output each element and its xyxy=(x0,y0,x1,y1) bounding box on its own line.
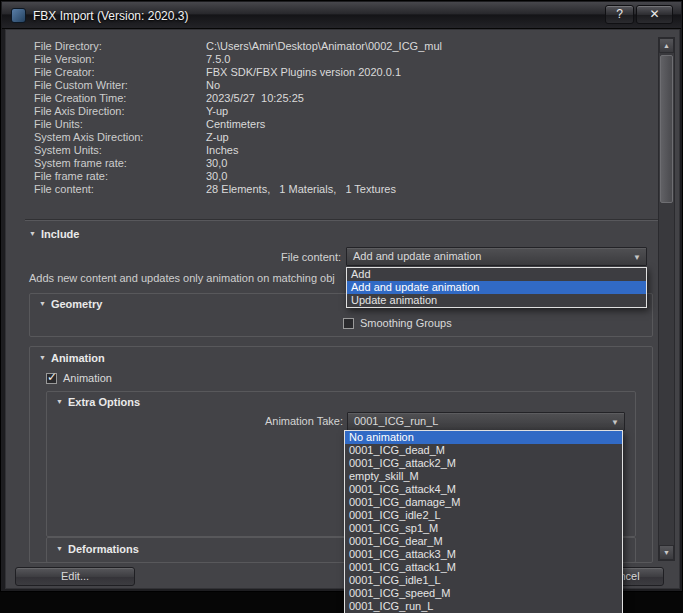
vertical-scrollbar[interactable]: ▲ ▼ xyxy=(658,37,675,561)
info-value: Z-up xyxy=(206,131,229,144)
file-content-label: File content: xyxy=(223,251,341,264)
scroll-down-icon: ▼ xyxy=(663,549,670,556)
help-button[interactable]: ? xyxy=(605,5,634,24)
scroll-up-button[interactable]: ▲ xyxy=(659,38,674,53)
info-value: 28 Elements, 1 Materials, 1 Textures xyxy=(206,183,396,196)
file-content-combo-value: Add and update animation xyxy=(353,250,481,262)
animation-take-combo[interactable]: 0001_ICG_run_L ▼ xyxy=(347,412,625,431)
info-value: Centimeters xyxy=(206,118,265,131)
help-icon: ? xyxy=(616,7,623,21)
chevron-down-icon: ▼ xyxy=(633,253,641,262)
take-option[interactable]: 0001_ICG_attack3_M xyxy=(345,548,622,561)
info-value: 2023/5/27 10:25:25 xyxy=(206,92,304,105)
scroll-up-icon: ▲ xyxy=(663,42,670,49)
info-value: 30,0 xyxy=(206,157,227,170)
info-label: File Creator: xyxy=(34,66,206,79)
checkmark-icon: ✓ xyxy=(47,370,57,384)
file-content-dropdown: Add Add and update animation Update anim… xyxy=(346,267,647,308)
file-info-row: File Creation Time:2023/5/27 10:25:25 xyxy=(34,92,634,105)
animation-expand-icon: ▼ xyxy=(39,353,46,363)
info-label: File Directory: xyxy=(34,40,206,53)
take-option[interactable]: 0001_ICG_dead_M xyxy=(345,444,622,457)
include-section-title: Include xyxy=(41,228,80,240)
animation-take-combo-value: 0001_ICG_run_L xyxy=(354,415,438,427)
info-label: File content: xyxy=(34,183,206,196)
info-label: File Version: xyxy=(34,53,206,66)
dropdown-option-selected[interactable]: Add and update animation xyxy=(347,281,646,294)
file-info-row: System Axis Direction:Z-up xyxy=(34,131,634,144)
file-info-row: File Version:7.5.0 xyxy=(34,53,634,66)
info-label: System Axis Direction: xyxy=(34,131,206,144)
take-option[interactable]: 0001_ICG_speed_M xyxy=(345,587,622,600)
dropdown-option[interactable]: Add xyxy=(347,268,646,281)
file-info-row: System Units:Inches xyxy=(34,144,634,157)
scroll-down-button[interactable]: ▼ xyxy=(659,545,674,560)
take-option[interactable]: 0001_ICG_dear_M xyxy=(345,535,622,548)
titlebar[interactable]: FBX Import (Version: 2020.3) ? ✕ xyxy=(2,2,681,29)
smoothing-groups-checkbox[interactable] xyxy=(343,318,354,329)
geometry-section-title: Geometry xyxy=(51,298,102,310)
smoothing-groups-label: Smoothing Groups xyxy=(360,317,452,329)
include-expand-icon: ▼ xyxy=(29,229,36,239)
take-option[interactable]: 0001_ICG_attack4_M xyxy=(345,483,622,496)
info-label: File Axis Direction: xyxy=(34,105,206,118)
info-value: 30,0 xyxy=(206,170,227,183)
smoothing-groups-row[interactable]: Smoothing Groups xyxy=(343,317,452,329)
deformations-section-header[interactable]: ▼ Deformations xyxy=(56,543,139,555)
take-option-selected[interactable]: No animation xyxy=(345,431,622,444)
info-label: File Units: xyxy=(34,118,206,131)
file-info-row: File Custom Writer:No xyxy=(34,79,634,92)
extra-options-expand-icon: ▼ xyxy=(56,397,63,407)
dropdown-option[interactable]: Update animation xyxy=(347,294,646,307)
take-option[interactable]: 0001_ICG_idle2_L xyxy=(345,509,622,522)
animation-checkbox-row[interactable]: ✓ Animation xyxy=(46,372,112,384)
app-icon xyxy=(11,8,26,23)
info-value: No xyxy=(206,79,220,92)
edit-button[interactable]: Edit... xyxy=(15,567,135,586)
animation-checkbox[interactable]: ✓ xyxy=(46,373,57,384)
info-value: FBX SDK/FBX Plugins version 2020.0.1 xyxy=(206,66,401,79)
window-title: FBX Import (Version: 2020.3) xyxy=(33,9,188,23)
file-info-row: File Axis Direction:Y-up xyxy=(34,105,634,118)
info-value: 7.5.0 xyxy=(206,53,230,66)
file-info-row: File Creator:FBX SDK/FBX Plugins version… xyxy=(34,66,634,79)
deformations-section-title: Deformations xyxy=(68,543,139,555)
info-label: File frame rate: xyxy=(34,170,206,183)
animation-section-title: Animation xyxy=(51,352,105,364)
section-divider xyxy=(25,219,658,221)
info-label: System Units: xyxy=(34,144,206,157)
file-info-panel: File Directory:C:\Users\Amir\Desktop\Ani… xyxy=(34,40,634,196)
edit-button-label: Edit... xyxy=(61,570,89,582)
take-option[interactable]: 0001_ICG_run_L xyxy=(345,600,622,613)
geometry-section-header[interactable]: ▼ Geometry xyxy=(39,298,102,310)
info-label: File Custom Writer: xyxy=(34,79,206,92)
file-info-row: File content:28 Elements, 1 Materials, 1… xyxy=(34,183,634,196)
info-value: C:\Users\Amir\Desktop\Animator\0002_ICG_… xyxy=(206,40,442,53)
scrollbar-thumb[interactable] xyxy=(660,55,673,203)
take-option[interactable]: 0001_ICG_idle1_L xyxy=(345,574,622,587)
file-info-row: File frame rate:30,0 xyxy=(34,170,634,183)
info-label: System frame rate: xyxy=(34,157,206,170)
extra-options-section-header[interactable]: ▼ Extra Options xyxy=(56,396,140,408)
animation-take-dropdown: No animation 0001_ICG_dead_M 0001_ICG_at… xyxy=(344,430,623,613)
take-option[interactable]: 0001_ICG_attack2_M xyxy=(345,457,622,470)
animation-checkbox-label: Animation xyxy=(63,372,112,384)
info-value: Y-up xyxy=(206,105,228,118)
animation-take-label: Animation Take: xyxy=(203,415,343,428)
info-label: File Creation Time: xyxy=(34,92,206,105)
take-option[interactable]: empty_skill_M xyxy=(345,470,622,483)
take-option[interactable]: 0001_ICG_damage_M xyxy=(345,496,622,509)
info-value: Inches xyxy=(206,144,238,157)
extra-options-section-title: Extra Options xyxy=(68,396,140,408)
file-info-row: File Directory:C:\Users\Amir\Desktop\Ani… xyxy=(34,40,634,53)
geometry-expand-icon: ▼ xyxy=(39,299,46,309)
take-option[interactable]: 0001_ICG_sp1_M xyxy=(345,522,622,535)
include-section-header[interactable]: ▼ Include xyxy=(29,228,79,240)
close-icon: ✕ xyxy=(649,7,659,21)
close-button[interactable]: ✕ xyxy=(636,5,673,24)
take-option[interactable]: 0001_ICG_attack1_M xyxy=(345,561,622,574)
file-content-combo[interactable]: Add and update animation ▼ xyxy=(346,247,647,266)
file-info-row: File Units:Centimeters xyxy=(34,118,634,131)
animation-section-header[interactable]: ▼ Animation xyxy=(39,352,105,364)
chevron-down-icon: ▼ xyxy=(611,418,619,427)
